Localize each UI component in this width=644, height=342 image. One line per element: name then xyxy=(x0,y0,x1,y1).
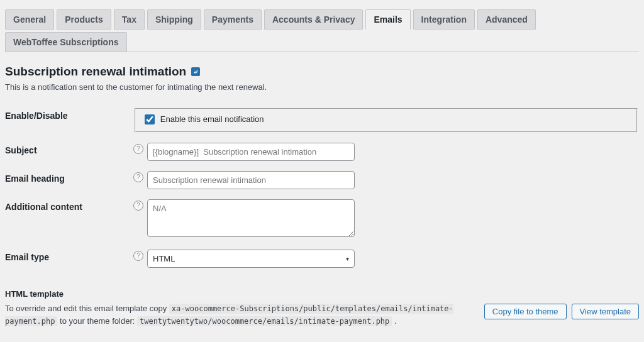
copy-file-button[interactable]: Copy file to theme xyxy=(484,304,567,319)
page-title-text: Subscription renewal intimation xyxy=(5,65,186,79)
email-type-label: Email type xyxy=(5,245,133,273)
subject-input[interactable] xyxy=(147,143,355,161)
enable-checkbox-label: Enable this email notification xyxy=(160,114,264,124)
heading-input[interactable] xyxy=(147,171,355,189)
help-icon[interactable]: ? xyxy=(133,201,143,211)
tab-accounts[interactable]: Accounts & Privacy xyxy=(264,9,364,30)
heading-label: Email heading xyxy=(5,166,133,194)
email-type-selected: HTML xyxy=(153,254,175,263)
page-title: Subscription renewal intimation ⤶ xyxy=(5,65,639,79)
subject-label: Subject xyxy=(5,138,133,166)
tab-tax[interactable]: Tax xyxy=(114,9,145,30)
tab-shipping[interactable]: Shipping xyxy=(147,9,201,30)
email-type-select[interactable]: HTML ▾ xyxy=(147,250,355,268)
html-template-heading: HTML template xyxy=(5,289,639,299)
back-icon[interactable]: ⤶ xyxy=(191,67,200,76)
tab-general[interactable]: General xyxy=(5,9,54,30)
help-icon[interactable]: ? xyxy=(133,172,143,182)
tab-emails[interactable]: Emails xyxy=(365,9,410,30)
additional-content-input[interactable] xyxy=(147,199,355,237)
tab-products[interactable]: Products xyxy=(57,9,111,30)
tab-advanced[interactable]: Advanced xyxy=(477,9,536,30)
settings-tabs: General Products Tax Shipping Payments A… xyxy=(5,0,639,52)
tab-integration[interactable]: Integration xyxy=(413,9,475,30)
page-description: This is a notification sent to the custo… xyxy=(5,82,639,92)
template-description: To override and edit this email template… xyxy=(5,302,472,329)
tab-payments[interactable]: Payments xyxy=(204,9,262,30)
enable-checkbox[interactable] xyxy=(145,114,155,124)
enable-label: Enable/Disable xyxy=(5,103,133,138)
tab-webtoffee[interactable]: WebToffee Subscriptions xyxy=(5,32,127,52)
help-icon[interactable]: ? xyxy=(133,251,143,261)
additional-label: Additional content xyxy=(5,194,133,245)
help-icon[interactable]: ? xyxy=(133,144,143,154)
chevron-down-icon: ▾ xyxy=(346,255,349,262)
view-template-button[interactable]: View template xyxy=(572,304,639,319)
template-dest-path: twentytwentytwo/woocommerce/emails/intim… xyxy=(137,316,392,326)
